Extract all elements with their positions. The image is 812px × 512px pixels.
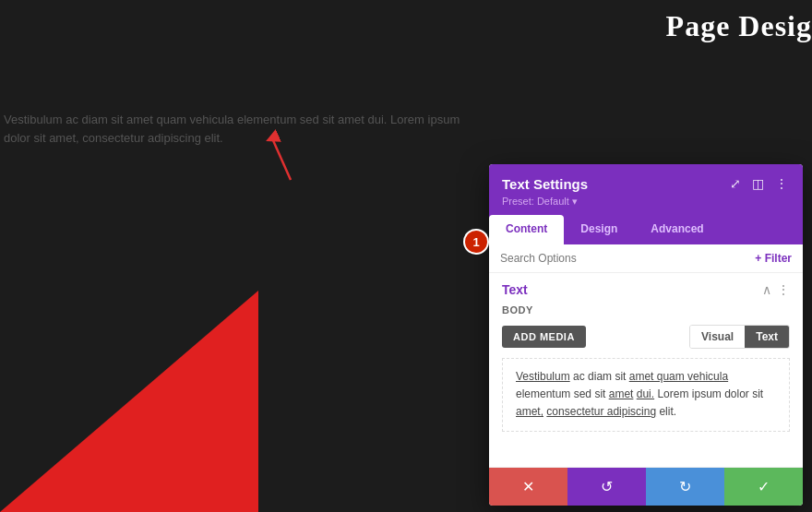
body-label: Body (489, 303, 803, 321)
panel-body: + Filter Text ∧ ⋮ Body ADD MEDIA Visual … (489, 244, 803, 467)
editor-toolbar: ADD MEDIA Visual Text (489, 321, 803, 352)
editor-text: Vestibulum ac diam sit amet quam vehicul… (516, 370, 763, 418)
save-button[interactable]: ✓ (724, 468, 803, 506)
undo-button[interactable]: ↺ (567, 468, 646, 506)
annotation-number: 1 (463, 229, 489, 255)
text-toggle-button[interactable]: Text (745, 326, 789, 348)
visual-toggle-button[interactable]: Visual (690, 326, 745, 348)
redo-button[interactable]: ↻ (646, 468, 724, 506)
panel-preset[interactable]: Preset: Default ▾ (502, 196, 790, 208)
panel-footer: ✕ ↺ ↻ ✓ (489, 467, 803, 506)
search-filter-row: + Filter (489, 244, 803, 273)
page-title: Page Desig (666, 9, 812, 43)
filter-button[interactable]: + Filter (755, 252, 792, 265)
add-media-button[interactable]: ADD MEDIA (502, 326, 586, 348)
panel-split-icon[interactable]: ◫ (750, 175, 766, 192)
section-title: Text (502, 282, 528, 297)
panel-tabs: Content Design Advanced (489, 215, 803, 244)
tab-content[interactable]: Content (489, 215, 564, 244)
panel-title: Text Settings (502, 176, 588, 192)
cancel-button[interactable]: ✕ (489, 468, 567, 506)
panel-header-top: Text Settings ⤢ ◫ ⋮ (502, 175, 790, 192)
canvas-body-text: Vestibulum ac diam sit amet quam vehicul… (4, 111, 465, 147)
tab-advanced[interactable]: Advanced (634, 215, 720, 244)
panel-header-icons: ⤢ ◫ ⋮ (728, 175, 790, 192)
panel-expand-icon[interactable]: ⤢ (728, 175, 743, 192)
tab-design[interactable]: Design (564, 215, 634, 244)
red-triangle-decoration (0, 291, 258, 512)
section-controls: ∧ ⋮ (762, 283, 790, 296)
arrow-annotation (263, 129, 300, 185)
search-input[interactable] (500, 252, 747, 265)
editor-content[interactable]: Vestibulum ac diam sit amet quam vehicul… (502, 358, 790, 432)
svg-line-1 (272, 138, 291, 180)
panel-more-icon[interactable]: ⋮ (773, 175, 790, 192)
section-header: Text ∧ ⋮ (489, 273, 803, 303)
section-menu-button[interactable]: ⋮ (777, 283, 790, 296)
section-collapse-button[interactable]: ∧ (762, 283, 771, 296)
visual-text-toggle: Visual Text (689, 325, 790, 349)
panel-header: Text Settings ⤢ ◫ ⋮ Preset: Default ▾ (489, 164, 803, 215)
settings-panel: Text Settings ⤢ ◫ ⋮ Preset: Default ▾ Co… (489, 164, 803, 506)
